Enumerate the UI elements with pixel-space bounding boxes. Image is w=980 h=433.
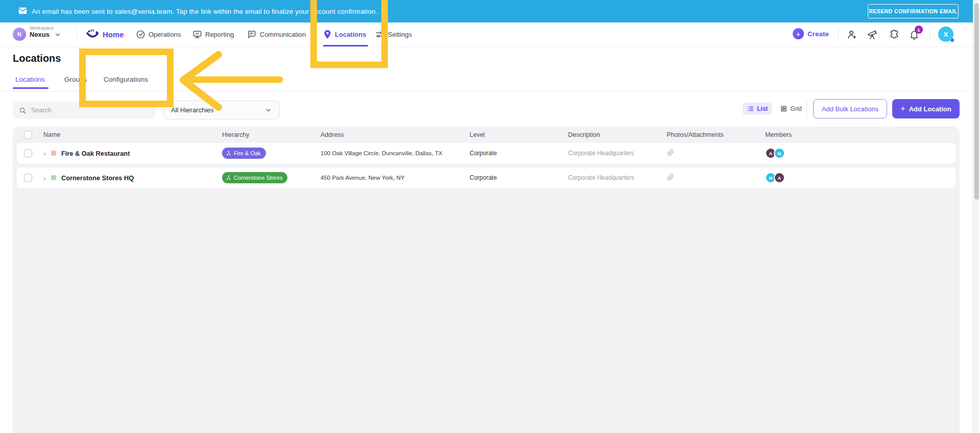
nav-item-reporting[interactable]: Reporting [192, 22, 234, 46]
location-address: 100 Oak Village Circle, Duncanville, Dal… [316, 150, 465, 156]
column-header-hierarchy: Hierarchy [218, 131, 316, 138]
telescope-icon[interactable] [867, 29, 878, 40]
plus-icon: + [900, 104, 905, 113]
location-color-swatch [51, 175, 56, 180]
user-avatar[interactable]: X [938, 27, 953, 42]
plus-circle-icon: + [793, 28, 804, 39]
create-label: Create [807, 30, 829, 38]
online-status-dot [950, 38, 954, 42]
location-color-swatch [51, 151, 56, 156]
column-header-address: Address [316, 131, 465, 138]
reporting-presentation-icon [192, 30, 202, 39]
expand-chevron-icon[interactable]: › [43, 150, 46, 157]
location-level: Corporate [465, 174, 564, 181]
table-row[interactable]: › Fire & Oak Restaurant Fire & Oak 100 O… [17, 143, 955, 163]
active-nav-underline [323, 45, 368, 46]
location-address: 450 Park Avenue, New York, NY [316, 175, 465, 181]
invite-user-icon[interactable] [846, 29, 857, 40]
nav-item-communication[interactable]: Communication [247, 22, 306, 46]
table-header-row: Name Hierarchy Address Level Description… [17, 127, 955, 143]
column-header-level: Level [465, 131, 564, 138]
hierarchy-badge: Fire & Oak [222, 148, 266, 159]
list-label: List [757, 105, 768, 112]
notification-badge: 1 [915, 26, 923, 34]
workspace-avatar[interactable]: N [13, 28, 26, 41]
member-avatar: N [774, 148, 785, 159]
tab-locations[interactable]: Locations [15, 76, 45, 83]
notifications-bell[interactable]: 1 [909, 29, 920, 40]
location-description: Corporate Headquarters [564, 174, 663, 181]
scrollbar-thumb[interactable] [974, 3, 979, 200]
location-name: Cornerstone Stores HQ [61, 174, 134, 182]
toolbar-divider [806, 101, 807, 119]
tab-configurations[interactable]: Configurations [104, 76, 148, 83]
select-all-checkbox[interactable] [24, 131, 32, 139]
add-bulk-locations-button[interactable]: Add Bulk Locations [813, 99, 887, 118]
column-header-description: Description [564, 131, 663, 138]
location-name: Fire & Oak Restaurant [61, 150, 130, 157]
locations-pin-icon [323, 30, 332, 39]
integrations-puzzle-icon[interactable] [889, 29, 900, 40]
chevron-down-icon [265, 107, 272, 114]
table-row[interactable]: › Cornerstone Stores HQ Cornerstone Stor… [17, 167, 955, 188]
nav-label-communication: Communication [260, 31, 306, 38]
add-location-label: Add Location [909, 105, 951, 113]
hierarchy-badge-label: Cornerstone Stores [234, 175, 282, 181]
nav-label-operations: Operations [149, 31, 181, 38]
search-icon [19, 107, 27, 114]
list-view-button[interactable]: List [743, 103, 772, 115]
communication-chat-icon [247, 30, 257, 39]
nav-item-locations[interactable]: Locations [323, 22, 366, 46]
column-header-name: Name [39, 131, 218, 138]
workspace-name: Nexus [30, 31, 54, 39]
create-button[interactable]: + Create [793, 28, 829, 39]
expand-chevron-icon[interactable]: › [43, 174, 46, 182]
xenia-logo-icon [86, 29, 100, 40]
grid-icon [780, 105, 788, 112]
nav-label-locations: Locations [335, 31, 366, 38]
location-level: Corporate [465, 150, 564, 157]
search-input[interactable] [31, 107, 143, 114]
hierarchy-icon [226, 151, 231, 156]
envelope-icon [18, 7, 27, 14]
tab-groups[interactable]: Groups [64, 76, 87, 83]
search-box [13, 102, 156, 119]
paperclip-icon [667, 149, 674, 156]
navbar-divider [930, 28, 930, 42]
nav-item-operations[interactable]: Operations [136, 22, 181, 46]
column-header-members: Members [761, 131, 955, 138]
hierarchy-filter-dropdown[interactable]: All Hierarchies [163, 101, 280, 119]
add-location-button[interactable]: + Add Location [892, 99, 960, 118]
chevron-down-icon[interactable] [54, 31, 61, 38]
page-title: Locations [13, 53, 61, 64]
list-icon [747, 105, 754, 112]
row-checkbox[interactable] [24, 149, 32, 157]
active-tab-underline [13, 87, 48, 89]
paperclip-icon [667, 173, 674, 181]
hierarchy-icon [226, 175, 231, 180]
user-initial: X [944, 31, 948, 38]
tabs-divider [0, 91, 973, 91]
hierarchy-badge: Cornerstone Stores [222, 172, 287, 183]
grid-label: Grid [790, 105, 802, 112]
annotation-arrow-head [183, 55, 218, 107]
member-avatar: A [774, 172, 785, 183]
settings-sliders-icon [375, 30, 385, 39]
banner-message: An email has been sent to sales@xenia.te… [32, 8, 378, 15]
location-description: Corporate Headquarters [564, 150, 663, 157]
app-window: An email has been sent to sales@xenia.te… [0, 0, 980, 433]
nav-item-settings[interactable]: Settings [375, 22, 412, 46]
resend-confirmation-email-button[interactable]: RESEND CONFIRMATION EMAIL [868, 4, 959, 18]
grid-view-button[interactable]: Grid [776, 103, 806, 115]
top-navbar: N Workspace Nexus Home Operations [0, 22, 973, 47]
navbar-divider [77, 28, 77, 42]
nav-item-home[interactable]: Home [86, 22, 124, 46]
nav-label-reporting: Reporting [205, 31, 234, 38]
hierarchy-badge-label: Fire & Oak [234, 150, 261, 156]
row-checkbox[interactable] [24, 174, 32, 182]
workspace-switcher[interactable]: Workspace Nexus [30, 26, 54, 39]
operations-check-circle-icon [136, 30, 145, 39]
view-toggle: List Grid [743, 103, 806, 115]
page-scrollbar [973, 0, 979, 433]
nav-label-home: Home [103, 30, 124, 39]
